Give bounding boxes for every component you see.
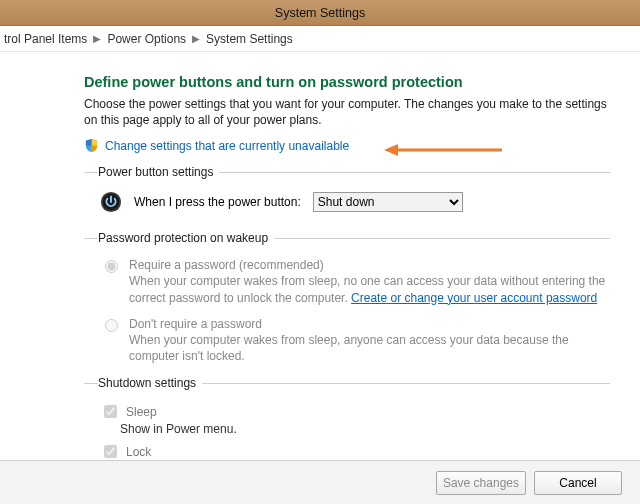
svg-marker-1 <box>384 144 398 156</box>
option-title: Require a password (recommended) <box>129 258 610 272</box>
breadcrumb-item[interactable]: Power Options <box>107 32 186 46</box>
option-desc: When your computer wakes from sleep, any… <box>129 332 610 364</box>
power-button-action-select[interactable]: Shut down <box>313 192 463 212</box>
cancel-button[interactable]: Cancel <box>534 471 622 495</box>
sleep-checkbox-row: Sleep <box>98 400 610 421</box>
group-legend: Power button settings <box>98 165 219 179</box>
option-desc: When your computer wakes from sleep, no … <box>129 273 610 305</box>
save-changes-button: Save changes <box>436 471 526 495</box>
window-title-bar: System Settings <box>0 0 640 26</box>
chevron-right-icon: ▶ <box>192 33 200 44</box>
require-password-option: Require a password (recommended) When yo… <box>98 255 610 305</box>
lock-checkbox-row: Lock <box>98 440 610 461</box>
power-button-settings-group: Power button settings When I press the p… <box>84 165 610 221</box>
shield-icon <box>84 138 99 153</box>
breadcrumb-item[interactable]: trol Panel Items <box>4 32 87 46</box>
breadcrumb: trol Panel Items ▶ Power Options ▶ Syste… <box>0 26 640 52</box>
page-intro: Choose the power settings that you want … <box>84 96 610 128</box>
checkbox-label: Lock <box>126 445 151 459</box>
content-pane: Define power buttons and turn on passwor… <box>0 52 640 482</box>
page-title: Define power buttons and turn on passwor… <box>84 74 610 90</box>
change-settings-link[interactable]: Change settings that are currently unava… <box>105 139 349 153</box>
breadcrumb-item[interactable]: System Settings <box>206 32 293 46</box>
lock-checkbox <box>104 445 117 458</box>
change-settings-row: Change settings that are currently unava… <box>84 138 610 153</box>
no-password-option: Don't require a password When your compu… <box>98 314 610 364</box>
footer-bar: Save changes Cancel <box>0 460 640 504</box>
power-button-label: When I press the power button: <box>134 195 301 209</box>
window-title: System Settings <box>275 6 365 20</box>
require-password-radio <box>105 260 118 273</box>
group-legend: Password protection on wakeup <box>98 231 274 245</box>
sleep-checkbox <box>104 405 117 418</box>
no-password-radio <box>105 319 118 332</box>
create-password-link[interactable]: Create or change your user account passw… <box>351 291 597 305</box>
annotation-arrow-icon <box>384 141 504 159</box>
password-protection-group: Password protection on wakeup Require a … <box>84 231 610 366</box>
chevron-right-icon: ▶ <box>93 33 101 44</box>
checkbox-desc: Show in Power menu. <box>98 422 610 436</box>
power-icon <box>100 191 122 213</box>
option-title: Don't require a password <box>129 317 610 331</box>
checkbox-label: Sleep <box>126 405 157 419</box>
group-legend: Shutdown settings <box>98 376 202 390</box>
